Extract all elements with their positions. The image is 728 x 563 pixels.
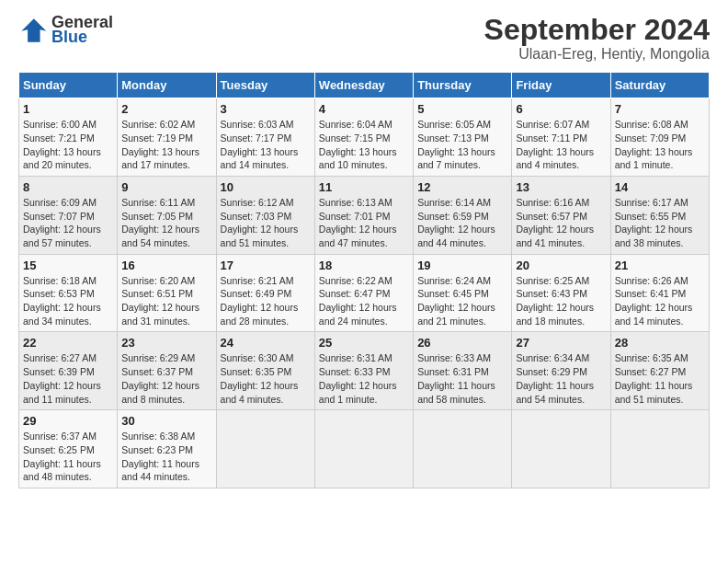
day-num-21: 21: [615, 259, 705, 272]
calendar-body: 1Sunrise: 6:00 AMSunset: 7:21 PMDaylight…: [19, 98, 710, 488]
day-info-21: Sunrise: 6:26 AMSunset: 6:41 PMDaylight:…: [615, 274, 705, 328]
dow-saturday: Saturday: [610, 73, 709, 98]
cell-w3-d5: 19Sunrise: 6:24 AMSunset: 6:45 PMDayligh…: [414, 254, 512, 332]
day-info-16: Sunrise: 6:20 AMSunset: 6:51 PMDaylight:…: [121, 274, 211, 328]
dow-sunday: Sunday: [19, 73, 118, 98]
cell-w1-d1: 1Sunrise: 6:00 AMSunset: 7:21 PMDaylight…: [19, 98, 118, 177]
day-num-3: 3: [221, 102, 311, 116]
cell-w3-d2: 16Sunrise: 6:20 AMSunset: 6:51 PMDayligh…: [118, 254, 216, 332]
cell-w1-d7: 7Sunrise: 6:08 AMSunset: 7:09 PMDaylight…: [610, 98, 709, 177]
day-num-8: 8: [23, 180, 113, 194]
cell-w4-d6: 27Sunrise: 6:34 AMSunset: 6:29 PMDayligh…: [512, 332, 610, 410]
cell-w2-d5: 12Sunrise: 6:14 AMSunset: 6:59 PMDayligh…: [414, 176, 512, 254]
cell-w4-d7: 28Sunrise: 6:35 AMSunset: 6:27 PMDayligh…: [610, 332, 709, 410]
cell-w2-d7: 14Sunrise: 6:17 AMSunset: 6:55 PMDayligh…: [610, 176, 709, 254]
day-num-6: 6: [516, 102, 606, 116]
calendar-table: Sunday Monday Tuesday Wednesday Thursday…: [18, 72, 710, 488]
cell-w5-d1: 29Sunrise: 6:37 AMSunset: 6:25 PMDayligh…: [19, 410, 118, 488]
cell-w3-d4: 18Sunrise: 6:22 AMSunset: 6:47 PMDayligh…: [314, 254, 413, 332]
day-num-4: 4: [319, 102, 409, 116]
calendar-header: Sunday Monday Tuesday Wednesday Thursday…: [19, 73, 710, 98]
day-num-29: 29: [23, 414, 113, 428]
day-info-12: Sunrise: 6:14 AMSunset: 6:59 PMDaylight:…: [417, 196, 507, 250]
day-info-29: Sunrise: 6:37 AMSunset: 6:25 PMDaylight:…: [23, 430, 113, 484]
cell-w4-d3: 24Sunrise: 6:30 AMSunset: 6:35 PMDayligh…: [216, 332, 314, 410]
header: General Blue September 2024 Ulaan-Ereg, …: [18, 14, 710, 63]
day-num-1: 1: [23, 102, 113, 116]
day-info-23: Sunrise: 6:29 AMSunset: 6:37 PMDaylight:…: [121, 351, 211, 406]
week-row-4: 22Sunrise: 6:27 AMSunset: 6:39 PMDayligh…: [19, 332, 710, 410]
week-row-1: 1Sunrise: 6:00 AMSunset: 7:21 PMDaylight…: [19, 98, 710, 177]
day-num-24: 24: [221, 336, 311, 350]
cell-w5-d4: [314, 410, 413, 488]
day-info-19: Sunrise: 6:24 AMSunset: 6:45 PMDaylight:…: [417, 274, 507, 328]
day-info-6: Sunrise: 6:07 AMSunset: 7:11 PMDaylight:…: [516, 118, 606, 172]
day-num-2: 2: [121, 102, 211, 116]
day-num-7: 7: [615, 102, 705, 116]
day-num-22: 22: [23, 336, 113, 350]
cell-w5-d3: [216, 410, 314, 488]
day-info-11: Sunrise: 6:13 AMSunset: 7:01 PMDaylight:…: [319, 196, 409, 250]
cell-w5-d5: [414, 410, 512, 488]
cell-w4-d2: 23Sunrise: 6:29 AMSunset: 6:37 PMDayligh…: [118, 332, 216, 410]
day-info-9: Sunrise: 6:11 AMSunset: 7:05 PMDaylight:…: [121, 196, 211, 250]
cell-w2-d3: 10Sunrise: 6:12 AMSunset: 7:03 PMDayligh…: [216, 176, 314, 254]
cell-w1-d3: 3Sunrise: 6:03 AMSunset: 7:17 PMDaylight…: [216, 98, 314, 177]
dow-wednesday: Wednesday: [314, 73, 413, 98]
day-num-13: 13: [516, 180, 606, 194]
cell-w3-d7: 21Sunrise: 6:26 AMSunset: 6:41 PMDayligh…: [610, 254, 709, 332]
day-info-24: Sunrise: 6:30 AMSunset: 6:35 PMDaylight:…: [221, 351, 311, 406]
day-info-7: Sunrise: 6:08 AMSunset: 7:09 PMDaylight:…: [615, 118, 705, 172]
cell-w3-d6: 20Sunrise: 6:25 AMSunset: 6:43 PMDayligh…: [512, 254, 610, 332]
day-num-14: 14: [615, 180, 705, 194]
day-info-30: Sunrise: 6:38 AMSunset: 6:23 PMDaylight:…: [121, 430, 211, 484]
cell-w1-d4: 4Sunrise: 6:04 AMSunset: 7:15 PMDaylight…: [314, 98, 413, 177]
day-num-10: 10: [221, 180, 311, 194]
day-num-26: 26: [417, 336, 507, 350]
day-info-2: Sunrise: 6:02 AMSunset: 7:19 PMDaylight:…: [121, 118, 211, 172]
day-info-20: Sunrise: 6:25 AMSunset: 6:43 PMDaylight:…: [516, 274, 606, 328]
day-num-19: 19: [417, 259, 507, 272]
day-num-25: 25: [319, 336, 409, 350]
day-num-18: 18: [319, 259, 409, 272]
dow-tuesday: Tuesday: [216, 73, 314, 98]
day-info-1: Sunrise: 6:00 AMSunset: 7:21 PMDaylight:…: [23, 118, 113, 172]
day-num-17: 17: [221, 259, 311, 272]
day-num-23: 23: [121, 336, 211, 350]
cell-w5-d6: [512, 410, 610, 488]
day-num-12: 12: [417, 180, 507, 194]
day-num-28: 28: [615, 336, 705, 350]
day-info-13: Sunrise: 6:16 AMSunset: 6:57 PMDaylight:…: [516, 196, 606, 250]
dow-friday: Friday: [512, 73, 610, 98]
day-info-3: Sunrise: 6:03 AMSunset: 7:17 PMDaylight:…: [221, 118, 311, 172]
day-info-18: Sunrise: 6:22 AMSunset: 6:47 PMDaylight:…: [319, 274, 409, 328]
day-info-15: Sunrise: 6:18 AMSunset: 6:53 PMDaylight:…: [23, 274, 113, 328]
day-num-16: 16: [121, 259, 211, 272]
cell-w5-d2: 30Sunrise: 6:38 AMSunset: 6:23 PMDayligh…: [118, 410, 216, 488]
day-info-5: Sunrise: 6:05 AMSunset: 7:13 PMDaylight:…: [417, 118, 507, 172]
logo-text: General Blue: [51, 14, 113, 47]
day-info-27: Sunrise: 6:34 AMSunset: 6:29 PMDaylight:…: [516, 351, 606, 406]
day-num-11: 11: [319, 180, 409, 194]
day-info-26: Sunrise: 6:33 AMSunset: 6:31 PMDaylight:…: [417, 351, 507, 406]
cell-w4-d1: 22Sunrise: 6:27 AMSunset: 6:39 PMDayligh…: [19, 332, 118, 410]
week-row-2: 8Sunrise: 6:09 AMSunset: 7:07 PMDaylight…: [19, 176, 710, 254]
cell-w3-d3: 17Sunrise: 6:21 AMSunset: 6:49 PMDayligh…: [216, 254, 314, 332]
day-info-4: Sunrise: 6:04 AMSunset: 7:15 PMDaylight:…: [319, 118, 409, 172]
cell-w4-d5: 26Sunrise: 6:33 AMSunset: 6:31 PMDayligh…: [414, 332, 512, 410]
cell-w4-d4: 25Sunrise: 6:31 AMSunset: 6:33 PMDayligh…: [314, 332, 413, 410]
day-num-15: 15: [23, 259, 113, 272]
day-num-20: 20: [516, 259, 606, 272]
week-row-5: 29Sunrise: 6:37 AMSunset: 6:25 PMDayligh…: [19, 410, 710, 488]
dow-monday: Monday: [118, 73, 216, 98]
day-info-8: Sunrise: 6:09 AMSunset: 7:07 PMDaylight:…: [23, 196, 113, 250]
logo-icon: [18, 16, 48, 45]
day-num-5: 5: [417, 102, 507, 116]
day-info-17: Sunrise: 6:21 AMSunset: 6:49 PMDaylight:…: [221, 274, 311, 328]
cell-w2-d2: 9Sunrise: 6:11 AMSunset: 7:05 PMDaylight…: [118, 176, 216, 254]
day-num-27: 27: [516, 336, 606, 350]
dow-thursday: Thursday: [414, 73, 512, 98]
month-title: September 2024: [484, 14, 710, 46]
cell-w1-d2: 2Sunrise: 6:02 AMSunset: 7:19 PMDaylight…: [118, 98, 216, 177]
page: General Blue September 2024 Ulaan-Ereg, …: [0, 0, 728, 563]
